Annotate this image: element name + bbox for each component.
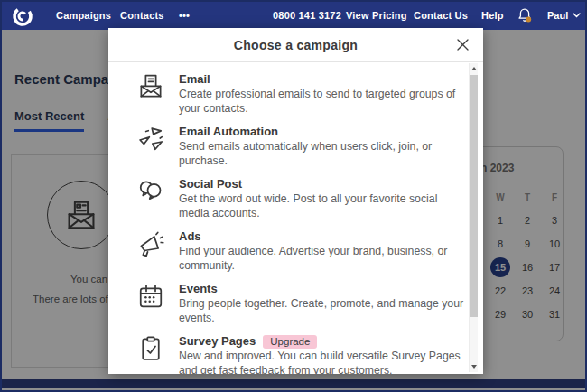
speech-bubbles-icon bbox=[137, 177, 164, 220]
nav-item-view-pricing[interactable]: View Pricing bbox=[346, 10, 407, 21]
top-navbar: CampaignsContacts••• 0800 141 3172View P… bbox=[2, 2, 585, 30]
paper-planes-icon bbox=[137, 125, 164, 168]
campaign-type-list: EmailCreate professional emails to send … bbox=[108, 63, 469, 374]
modal-header: Choose a campaign bbox=[108, 28, 483, 62]
campaign-option-description: New and improved. You can build versatil… bbox=[179, 350, 469, 374]
chevron-down-icon bbox=[573, 13, 581, 18]
nav-item-0800-141-3172[interactable]: 0800 141 3172 bbox=[273, 10, 341, 21]
email-icon bbox=[137, 72, 164, 116]
nav-item-help[interactable]: Help bbox=[481, 10, 504, 21]
campaign-option-text: Survey PagesUpgradeNew and improved. You… bbox=[179, 334, 469, 374]
campaign-option-title: Events bbox=[179, 282, 218, 296]
app-window: CampaignsContacts••• 0800 141 3172View P… bbox=[0, 0, 587, 392]
nav-item-campaigns[interactable]: Campaigns bbox=[56, 10, 111, 21]
campaign-option-title: Survey Pages bbox=[179, 334, 256, 349]
nav-item-more[interactable]: ••• bbox=[179, 10, 190, 21]
campaign-option-title: Email Automation bbox=[179, 125, 278, 139]
campaign-option-text: Email AutomationSend emails automaticall… bbox=[179, 125, 469, 168]
calendar-icon bbox=[137, 282, 164, 325]
modal-title: Choose a campaign bbox=[234, 38, 358, 52]
campaign-option-description: Create professional emails to send to ta… bbox=[179, 88, 469, 116]
modal-scrollbar[interactable] bbox=[469, 63, 478, 372]
campaign-option-text: EventsBring people together. Create, pro… bbox=[179, 282, 469, 325]
campaign-option-description: Bring people together. Create, promote, … bbox=[179, 297, 469, 325]
user-menu[interactable]: Paul bbox=[547, 10, 581, 21]
campaign-option-description: Get the word out wide. Post to all your … bbox=[179, 192, 469, 220]
campaign-option-description: Send emails automatically when users cli… bbox=[179, 140, 469, 168]
campaign-option-social-post[interactable]: Social PostGet the word out wide. Post t… bbox=[137, 173, 469, 225]
user-name: Paul bbox=[547, 10, 568, 21]
scroll-up-arrow-icon[interactable] bbox=[471, 67, 477, 70]
constant-contact-logo-icon[interactable] bbox=[11, 5, 34, 32]
campaign-option-text: AdsFind your audience. Advertise your br… bbox=[179, 229, 469, 273]
scroll-down-arrow-icon[interactable] bbox=[471, 365, 477, 369]
campaign-option-description: Find your audience. Advertise your brand… bbox=[179, 245, 469, 273]
nav-item-contact-us[interactable]: Contact Us bbox=[414, 10, 468, 21]
campaign-option-text: Social PostGet the word out wide. Post t… bbox=[179, 177, 469, 220]
campaign-option-text: EmailCreate professional emails to send … bbox=[179, 72, 469, 116]
megaphone-icon bbox=[137, 229, 164, 273]
scrollbar-thumb[interactable] bbox=[470, 75, 478, 317]
campaign-option-email[interactable]: EmailCreate professional emails to send … bbox=[137, 68, 469, 120]
campaign-option-title: Ads bbox=[179, 229, 201, 244]
close-icon[interactable] bbox=[454, 36, 471, 52]
clipboard-check-icon bbox=[137, 334, 164, 374]
campaign-option-ads[interactable]: AdsFind your audience. Advertise your br… bbox=[137, 225, 469, 277]
nav-item-contacts[interactable]: Contacts bbox=[120, 10, 164, 21]
campaign-option-title: Email bbox=[179, 72, 210, 87]
notifications-bell-icon[interactable] bbox=[517, 7, 533, 27]
campaign-option-survey-pages[interactable]: Survey PagesUpgradeNew and improved. You… bbox=[137, 330, 469, 374]
choose-campaign-modal: Choose a campaign EmailCreate profession… bbox=[108, 28, 483, 374]
campaign-option-title: Social Post bbox=[179, 177, 242, 191]
campaign-option-events[interactable]: EventsBring people together. Create, pro… bbox=[137, 277, 469, 330]
campaign-option-email-automation[interactable]: Email AutomationSend emails automaticall… bbox=[137, 120, 469, 173]
upgrade-badge: Upgrade bbox=[263, 335, 317, 349]
